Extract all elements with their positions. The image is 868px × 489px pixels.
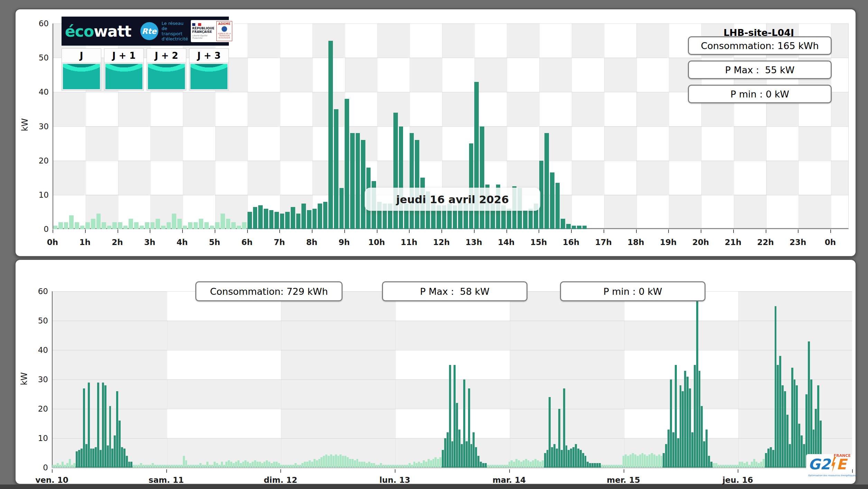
weekly-bar[interactable] <box>325 454 328 468</box>
daily-bar[interactable] <box>85 222 91 229</box>
weekly-bar[interactable] <box>750 462 753 468</box>
weekly-bar[interactable] <box>206 462 209 468</box>
weekly-bar[interactable] <box>411 465 413 468</box>
weekly-bar[interactable] <box>560 450 563 468</box>
weekly-bar[interactable] <box>748 465 750 468</box>
weekly-bar[interactable] <box>665 444 668 468</box>
weekly-bar[interactable] <box>416 463 418 468</box>
weekly-bar[interactable] <box>59 465 62 468</box>
weekly-bar[interactable] <box>508 462 511 468</box>
weekly-bar[interactable] <box>370 463 373 468</box>
weekly-bar[interactable] <box>73 463 76 468</box>
weekly-bar[interactable] <box>708 456 710 468</box>
weekly-bar[interactable] <box>125 456 128 468</box>
daily-bar[interactable] <box>166 222 171 229</box>
daily-bar[interactable] <box>215 222 220 229</box>
weekly-bar[interactable] <box>729 465 731 468</box>
weekly-bar[interactable] <box>85 444 87 468</box>
daily-bar[interactable] <box>506 209 512 229</box>
weekly-bar[interactable] <box>306 462 309 468</box>
weekly-bar[interactable] <box>693 365 696 468</box>
weekly-bar[interactable] <box>617 465 620 468</box>
daily-bar[interactable] <box>409 133 414 229</box>
weekly-bar[interactable] <box>544 453 546 468</box>
weekly-bar[interactable] <box>133 465 135 468</box>
weekly-bar[interactable] <box>679 385 682 468</box>
weekly-bar[interactable] <box>606 465 608 468</box>
weekly-bar[interactable] <box>199 463 202 468</box>
weekly-bar[interactable] <box>791 368 793 468</box>
weekly-bar[interactable] <box>646 456 648 468</box>
weekly-bar[interactable] <box>285 465 287 468</box>
weekly-bar[interactable] <box>144 465 147 468</box>
weekly-bar[interactable] <box>211 465 214 468</box>
weekly-bar[interactable] <box>698 371 701 468</box>
weekly-bar[interactable] <box>755 462 758 468</box>
weekly-bar[interactable] <box>173 465 176 468</box>
weekly-bar[interactable] <box>425 462 427 468</box>
weekly-bar[interactable] <box>256 462 259 468</box>
weekly-bar[interactable] <box>482 463 484 468</box>
daily-bar[interactable] <box>274 212 280 229</box>
daily-bar[interactable] <box>155 219 161 229</box>
weekly-bar[interactable] <box>454 365 456 468</box>
weekly-bar[interactable] <box>83 388 85 468</box>
daily-bar[interactable] <box>225 219 231 229</box>
weekly-bar[interactable] <box>109 406 111 468</box>
weekly-bar[interactable] <box>168 465 171 468</box>
weekly-bar[interactable] <box>765 453 767 468</box>
weekly-bar[interactable] <box>342 456 344 468</box>
weekly-bar[interactable] <box>461 444 463 468</box>
weekly-bar[interactable] <box>223 465 225 468</box>
weekly-bar[interactable] <box>501 465 503 468</box>
weekly-bar[interactable] <box>237 460 240 468</box>
forecast-tile-j1[interactable]: J + 1 <box>104 48 144 91</box>
daily-bar[interactable] <box>144 222 150 229</box>
weekly-bar[interactable] <box>668 430 670 468</box>
weekly-bar[interactable] <box>111 449 114 468</box>
weekly-bar[interactable] <box>92 449 95 468</box>
weekly-bar[interactable] <box>596 463 598 468</box>
weekly-bar[interactable] <box>244 460 247 468</box>
weekly-bar[interactable] <box>722 465 725 468</box>
weekly-bar[interactable] <box>330 454 332 468</box>
weekly-bar[interactable] <box>235 462 237 468</box>
weekly-bar[interactable] <box>760 462 763 468</box>
daily-bar[interactable] <box>479 126 485 229</box>
daily-bar[interactable] <box>323 202 328 229</box>
daily-bar[interactable] <box>231 222 236 229</box>
forecast-tile-j2[interactable]: J + 2 <box>147 48 186 91</box>
weekly-bar[interactable] <box>280 465 282 468</box>
daily-bar[interactable] <box>361 140 366 229</box>
weekly-bar[interactable] <box>349 459 351 468</box>
weekly-bar[interactable] <box>159 465 161 468</box>
weekly-bar[interactable] <box>290 465 292 468</box>
daily-bar[interactable] <box>306 210 312 229</box>
weekly-bar[interactable] <box>97 383 100 468</box>
weekly-bar[interactable] <box>622 456 625 468</box>
weekly-bar[interactable] <box>798 424 801 468</box>
daily-bar[interactable] <box>123 226 128 229</box>
weekly-bar[interactable] <box>691 432 693 468</box>
weekly-bar[interactable] <box>712 463 715 468</box>
weekly-bar[interactable] <box>408 463 411 468</box>
weekly-bar[interactable] <box>176 465 178 468</box>
weekly-bar[interactable] <box>549 397 551 468</box>
weekly-bar[interactable] <box>106 445 109 468</box>
weekly-bar[interactable] <box>627 456 629 468</box>
weekly-bar[interactable] <box>456 403 458 468</box>
daily-bar[interactable] <box>96 214 101 229</box>
weekly-bar[interactable] <box>515 459 518 468</box>
daily-bar[interactable] <box>74 222 80 229</box>
weekly-bar[interactable] <box>632 453 634 468</box>
daily-bar[interactable] <box>128 219 134 229</box>
weekly-bar[interactable] <box>703 441 706 468</box>
weekly-bar[interactable] <box>335 454 337 468</box>
weekly-bar[interactable] <box>446 432 449 468</box>
weekly-bar[interactable] <box>520 462 522 468</box>
weekly-bar[interactable] <box>489 465 492 468</box>
weekly-bar[interactable] <box>594 463 596 468</box>
daily-bar[interactable] <box>355 133 361 229</box>
weekly-bar[interactable] <box>287 465 290 468</box>
weekly-bar[interactable] <box>801 435 803 468</box>
